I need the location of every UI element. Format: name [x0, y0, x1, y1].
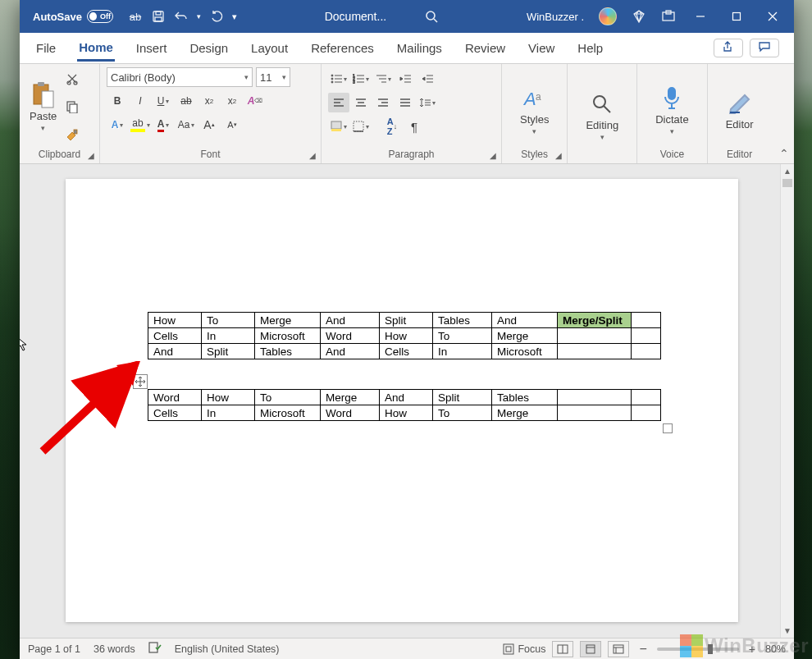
copy-icon[interactable]	[65, 99, 80, 114]
font-color-button[interactable]: A	[153, 115, 174, 135]
multilevel-button[interactable]	[372, 69, 394, 89]
table-cell[interactable]: And	[492, 313, 558, 328]
numbering-button[interactable]: 123	[350, 69, 372, 89]
redo-icon[interactable]	[209, 9, 224, 24]
table-cell[interactable]	[558, 344, 632, 359]
table-cell[interactable]: In	[433, 344, 492, 359]
scroll-thumb[interactable]	[782, 179, 792, 187]
zoom-out-button[interactable]: −	[636, 642, 650, 657]
sort-button[interactable]: AZ↓	[381, 117, 403, 136]
undo-icon[interactable]	[174, 9, 189, 24]
table-cell[interactable]	[632, 328, 661, 344]
strikethrough-icon[interactable]: ab	[128, 9, 143, 24]
table-cell[interactable]: To	[433, 328, 492, 344]
table-cell[interactable]: And	[148, 344, 202, 359]
grow-font-button[interactable]: A▴	[198, 115, 220, 135]
table-cell[interactable]: Tables	[492, 390, 558, 405]
user-avatar-icon[interactable]	[599, 7, 617, 25]
clipboard-launcher-icon[interactable]: ◢	[88, 151, 94, 160]
paragraph-launcher-icon[interactable]: ◢	[490, 151, 496, 160]
collapse-ribbon-icon[interactable]: ⌃	[779, 147, 789, 160]
shading-button[interactable]	[328, 117, 349, 136]
comments-button[interactable]	[750, 39, 779, 57]
table-cell[interactable]	[632, 313, 661, 328]
decrease-indent-button[interactable]	[395, 69, 416, 89]
align-left-button[interactable]	[328, 93, 349, 112]
table-cell[interactable]: Merge/Split	[558, 313, 632, 328]
tab-review[interactable]: Review	[463, 36, 507, 60]
table-resize-handle-icon[interactable]	[663, 423, 673, 433]
read-mode-icon[interactable]	[552, 641, 573, 657]
maximize-button[interactable]	[718, 0, 755, 33]
table-cell[interactable]: Split	[433, 390, 492, 405]
tab-home[interactable]: Home	[77, 35, 115, 62]
save-icon[interactable]	[151, 9, 166, 24]
superscript-button[interactable]: x2	[221, 91, 243, 111]
tab-mailings[interactable]: Mailings	[395, 36, 444, 60]
word-count[interactable]: 36 words	[94, 643, 135, 655]
font-size-combo[interactable]: 11▾	[256, 67, 290, 87]
tab-view[interactable]: View	[527, 36, 556, 60]
table-cell[interactable]	[558, 390, 632, 405]
dictate-button[interactable]: Dictate▾	[644, 67, 700, 147]
justify-button[interactable]	[395, 93, 416, 112]
show-marks-button[interactable]: ¶	[404, 117, 425, 136]
table-cell[interactable]: Merge	[492, 405, 558, 421]
app-mode-icon[interactable]	[661, 9, 676, 24]
focus-icon[interactable]: Focus	[503, 643, 545, 655]
line-spacing-button[interactable]	[417, 93, 438, 112]
document-area[interactable]: HowToMergeAndSplitTablesAndMerge/SplitCe…	[20, 164, 794, 638]
borders-button[interactable]	[350, 117, 372, 136]
table-cell[interactable]: Word	[321, 328, 380, 344]
editing-button[interactable]: Editing▾	[574, 67, 630, 158]
tab-design[interactable]: Design	[188, 36, 230, 60]
bold-button[interactable]: B	[107, 91, 128, 111]
table-cell[interactable]	[558, 328, 632, 344]
table-cell[interactable]: In	[202, 405, 255, 421]
table-cell[interactable]: Split	[202, 344, 255, 359]
table-cell[interactable]: How	[148, 313, 202, 328]
change-case-button[interactable]: Aa	[176, 115, 197, 135]
toggle-track[interactable]: Off	[87, 10, 113, 23]
table-cell[interactable]	[632, 344, 661, 359]
table-cell[interactable]: Cells	[380, 344, 433, 359]
document-table-2[interactable]: WordHowToMergeAndSplitTablesCellsInMicro…	[148, 389, 661, 421]
table-cell[interactable]	[558, 405, 632, 421]
table-cell[interactable]: Split	[380, 313, 433, 328]
table-cell[interactable]	[632, 390, 661, 405]
web-layout-icon[interactable]	[608, 641, 629, 657]
user-name[interactable]: WinBuzzer .	[527, 11, 584, 23]
table-cell[interactable]: And	[380, 390, 433, 405]
table-cell[interactable]: And	[321, 313, 380, 328]
page-indicator[interactable]: Page 1 of 1	[28, 643, 80, 655]
close-button[interactable]	[755, 0, 791, 33]
table-cell[interactable]: How	[380, 405, 433, 421]
styles-button[interactable]: Aa Styles▾	[509, 67, 560, 147]
table-cell[interactable]: In	[202, 328, 255, 344]
text-effects-button[interactable]: A	[107, 115, 128, 135]
tab-insert[interactable]: Insert	[135, 36, 169, 60]
vertical-scrollbar[interactable]: ▲ ▼	[780, 164, 794, 638]
page[interactable]: HowToMergeAndSplitTablesAndMerge/SplitCe…	[66, 179, 738, 622]
table-cell[interactable]: Cells	[148, 405, 202, 421]
table-cell[interactable]	[632, 405, 661, 421]
minimize-button[interactable]	[682, 0, 718, 33]
strikethrough-button[interactable]: ab	[176, 91, 197, 111]
shrink-font-button[interactable]: A▾	[221, 115, 243, 135]
paste-button[interactable]: Paste ▾	[26, 67, 60, 147]
table-cell[interactable]: Merge	[321, 390, 380, 405]
table-cell[interactable]: Microsoft	[492, 344, 558, 359]
language-indicator[interactable]: English (United States)	[175, 643, 280, 655]
tab-file[interactable]: File	[34, 36, 57, 60]
font-launcher-icon[interactable]: ◢	[309, 151, 316, 160]
clear-format-button[interactable]: A⌫	[244, 91, 266, 111]
table-cell[interactable]: To	[255, 390, 321, 405]
table-cell[interactable]: And	[321, 344, 380, 359]
table-cell[interactable]: Word	[321, 405, 380, 421]
print-layout-icon[interactable]	[580, 641, 601, 657]
table-cell[interactable]: Microsoft	[255, 328, 321, 344]
italic-button[interactable]: I	[130, 91, 151, 111]
tab-help[interactable]: Help	[576, 36, 604, 60]
underline-button[interactable]: U	[153, 91, 174, 111]
align-right-button[interactable]	[372, 93, 394, 112]
